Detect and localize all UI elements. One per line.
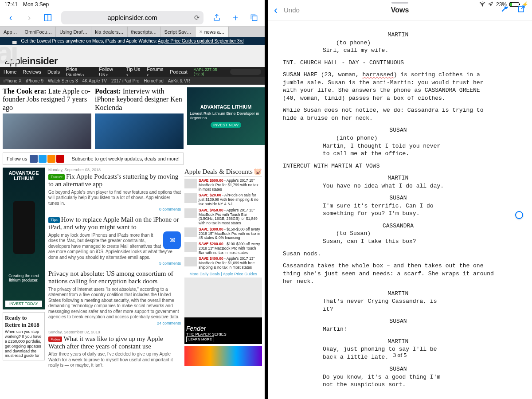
script-editor[interactable]: MARTIN(to phone)Siri, call my wife.INT. … [268,20,532,399]
browser-tab[interactable]: Script Sav… [161,27,196,37]
subnav-item[interactable]: HomePod [144,78,163,83]
script-dialog[interactable]: Susan, can I take this box? [323,238,447,246]
wrench-icon[interactable] [500,4,509,16]
piggy-icon: 🐷 [254,168,262,176]
script-dialog[interactable]: You have no idea what I do all day. [323,182,447,190]
script-char[interactable]: MARTIN [323,290,473,298]
script-char[interactable]: MARTIN [323,338,473,346]
text-selection-handle[interactable] [515,211,523,219]
script-char[interactable]: SUSAN [323,126,473,134]
back-button[interactable]: ‹ [274,4,278,16]
subnav-item[interactable]: Watch Series 3 [48,78,78,83]
top-story-a[interactable]: The Cook era: Late Apple co-founder Jobs… [3,87,91,149]
script-action[interactable]: While Susan does not notice, we do: Cass… [283,106,496,122]
status-date: Mon 3 Sep [23,1,49,8]
deal-item[interactable]: SAVE $400.00 - Apple's 2017 13" MacBook … [184,257,262,270]
subnav-item[interactable]: AirKit & VR [168,78,190,83]
script-char[interactable]: SUSAN [323,365,473,373]
script-dialog[interactable]: I'm sure it's terrific. Can I do somethi… [323,202,447,218]
script-char[interactable]: SUSAN [323,317,473,325]
twitter-icon[interactable] [39,155,47,163]
ad-bh[interactable] [184,346,262,366]
ad-banner-top[interactable]: ADVANTAGE LITHIUM Lowest Risk Lithium Br… [187,87,265,145]
svg-rect-0 [252,16,257,20]
nav-item[interactable]: Price Guides [66,66,93,77]
deals-more-link[interactable]: More Daily Deals | Apple Price Guides [184,272,262,276]
script-action[interactable]: Susan nods. [283,250,496,258]
script-paren[interactable]: (to Susan) [336,230,425,238]
close-tab-icon[interactable]: ✕ [199,29,203,34]
script-dialog[interactable]: That's never Crying Cassandra, is it? [323,297,447,313]
web-content[interactable]: Get the Lowest Prices anywhere on Macs, … [0,37,265,399]
subnav-item[interactable]: 4K Apple TV [82,78,107,83]
comments-link[interactable]: 24 comments [48,321,181,325]
ad-fender[interactable]: Fender THE PLAYER SERIES LEARN MORE [184,278,262,344]
browser-tab[interactable]: ✕news a… [196,27,229,37]
address-bar[interactable]: appleinsider.com ⟳ [61,11,203,24]
article[interactable]: Privacy not absolute: US among consortiu… [48,270,181,325]
undo-button[interactable]: Undo [284,6,300,14]
nav-item[interactable]: Deals [47,69,60,74]
nav-item[interactable]: Reviews [23,69,41,74]
script-slug[interactable]: INT. CHURCH HALL - DAY - CONTINUOUS [283,59,517,67]
script-char[interactable]: SUSAN [323,194,473,202]
subnav-item[interactable]: iPhone 9 [26,78,43,83]
script-char[interactable]: CASSANDRA [323,222,473,230]
deal-item[interactable]: SAVE $20.00 - AirPods on sale for just $… [184,193,262,206]
comments-link[interactable]: 0 comments [48,207,181,211]
script-action[interactable]: Cassandra takes the whole box – and then… [283,262,496,286]
script-char[interactable]: MARTIN [323,174,473,182]
comments-link[interactable]: 5 comments [48,261,181,266]
deal-item[interactable]: SAVE $450.00 - Apple's 2017 13" MacBook … [184,208,262,226]
deal-item[interactable]: SAVE $600.00 - Apple's 2017 15" MacBook … [184,179,262,192]
youtube-icon[interactable] [56,155,64,163]
ad-sidebar[interactable]: ADVANTAGE LITHIUM Creating the next lith… [3,168,45,309]
script-paren[interactable]: (to phone) [336,39,425,47]
rss-icon[interactable] [47,155,55,163]
new-tab-icon[interactable]: ＋ [230,12,241,23]
deal-item[interactable]: SAVE $300.00 - $150-$300 off every 2018 … [184,227,262,240]
browser-tab[interactable]: thescripts… [128,27,161,37]
app-icon-thumb: ✉ [163,231,181,249]
safari-toolbar: ‹ › appleinsider.com ⟳ ＋ [0,9,265,27]
browser-tab[interactable]: App… [0,27,21,37]
top-story-b[interactable]: Podcast: Interview with iPhone keyboard … [95,87,184,149]
article[interactable]: Sunday, September 02, 2018VideoWhat it w… [48,330,181,368]
script-dialog[interactable]: Siri, call my wife. [323,47,447,55]
subnav-item[interactable]: 2017 iPad Pro [111,78,139,83]
reload-icon[interactable]: ⟳ [194,14,200,22]
script-char[interactable]: MARTIN [323,31,473,39]
nav-item[interactable]: Podcast [170,69,188,74]
search-input[interactable] [230,69,261,75]
nav-item[interactable]: Forums [147,66,164,77]
category-badge: Feature [48,174,65,180]
nav-item[interactable]: Follow Us [99,66,120,77]
site-header: ai appleinsider [0,45,265,67]
browser-tab[interactable]: OmniFocu… [21,27,56,37]
browser-tab[interactable]: kia dealers… [91,27,127,37]
script-paren[interactable]: (into phone) [336,134,425,142]
script-app-pane: 23% ⚡ ‹ Undo Vows MARTIN(to phone)Siri, … [265,0,532,399]
script-slug[interactable]: INTERCUT WITH MARTIN AT VOWS [283,162,517,170]
deal-item[interactable]: SAVE $200.00 - $100-$200 off every 2018 … [184,242,262,255]
stock-ticker: AAPL 227.05 (+2.8) [194,67,224,76]
promo-bar[interactable]: Get the Lowest Prices anywhere on Macs, … [0,37,265,45]
facebook-icon[interactable] [30,155,38,163]
ad-retire[interactable]: Ready to Retire in 2018 When can you sto… [3,312,45,360]
site-nav: HomeReviewsDealsPrice GuidesFollow UsTip… [0,67,265,77]
script-action[interactable]: SUSAN HARE (23, woman, harrassed) is sor… [283,71,496,102]
article-column: Monday, September 03, 2018FeatureFix App… [48,168,181,373]
back-button[interactable]: ‹ [5,12,16,23]
article[interactable]: TipsHow to replace Apple Mail on the iPh… [48,216,181,266]
script-dialog[interactable]: Do you know, it's a good thing I'm not t… [323,373,447,389]
open-external-icon[interactable] [517,4,526,16]
tabs-icon[interactable] [249,12,259,23]
subnav-item[interactable]: iPhone X [4,78,22,83]
bookmarks-icon[interactable] [43,12,53,23]
nav-item[interactable]: Tip Us [126,66,141,77]
article[interactable]: Monday, September 03, 2018FeatureFix App… [48,168,181,211]
share-icon[interactable] [211,12,222,23]
browser-tab[interactable]: Using Draf… [56,27,91,37]
script-dialog[interactable]: Martin! [323,325,447,333]
script-dialog[interactable]: Martin, I thought I told you never to ca… [323,142,447,158]
